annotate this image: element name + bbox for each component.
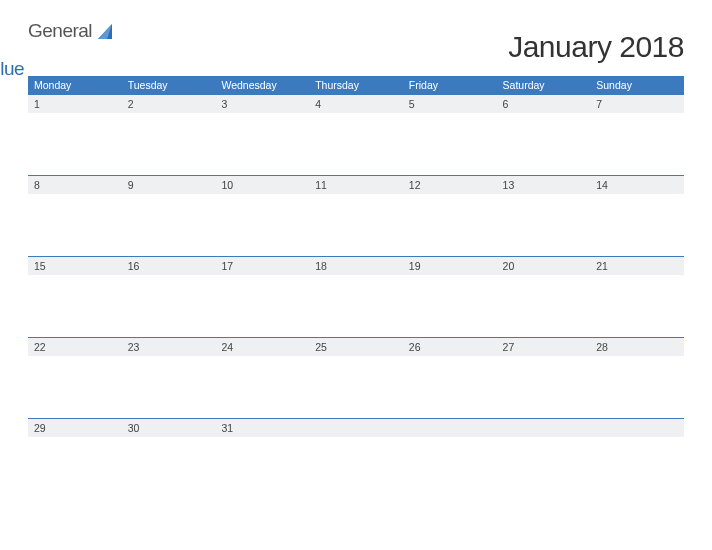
day-body bbox=[497, 194, 591, 256]
week-body-row bbox=[28, 437, 684, 499]
weekday-header-row: Monday Tuesday Wednesday Thursday Friday… bbox=[28, 76, 684, 94]
week-date-row: 29 30 31 bbox=[28, 418, 684, 437]
date-cell bbox=[403, 419, 497, 437]
date-cell: 6 bbox=[497, 95, 591, 113]
day-body bbox=[122, 275, 216, 337]
week-body-row bbox=[28, 356, 684, 418]
weekday-header: Monday bbox=[28, 76, 122, 94]
day-body bbox=[497, 113, 591, 175]
page-title: January 2018 bbox=[508, 30, 684, 64]
day-body bbox=[309, 113, 403, 175]
date-cell: 1 bbox=[28, 95, 122, 113]
day-body bbox=[28, 194, 122, 256]
day-body bbox=[403, 194, 497, 256]
date-cell: 14 bbox=[590, 176, 684, 194]
date-cell: 27 bbox=[497, 338, 591, 356]
day-body bbox=[28, 356, 122, 418]
date-cell: 17 bbox=[215, 257, 309, 275]
date-cell: 13 bbox=[497, 176, 591, 194]
brand-logo: General Blue bbox=[28, 20, 118, 64]
day-body bbox=[403, 356, 497, 418]
day-body bbox=[403, 113, 497, 175]
brand-sail-icon bbox=[98, 24, 116, 44]
date-cell: 3 bbox=[215, 95, 309, 113]
week-body-row bbox=[28, 113, 684, 175]
date-cell: 9 bbox=[122, 176, 216, 194]
date-cell: 12 bbox=[403, 176, 497, 194]
date-cell: 18 bbox=[309, 257, 403, 275]
day-body bbox=[215, 356, 309, 418]
day-body bbox=[122, 437, 216, 499]
date-cell: 11 bbox=[309, 176, 403, 194]
week-date-row: 8 9 10 11 12 13 14 bbox=[28, 175, 684, 194]
date-cell: 5 bbox=[403, 95, 497, 113]
day-body bbox=[28, 437, 122, 499]
day-body bbox=[590, 113, 684, 175]
day-body bbox=[215, 275, 309, 337]
brand-word-blue: Blue bbox=[0, 58, 24, 80]
date-cell: 19 bbox=[403, 257, 497, 275]
date-cell: 25 bbox=[309, 338, 403, 356]
date-cell: 7 bbox=[590, 95, 684, 113]
day-body bbox=[122, 113, 216, 175]
weekday-header: Tuesday bbox=[122, 76, 216, 94]
date-cell: 28 bbox=[590, 338, 684, 356]
date-cell: 21 bbox=[590, 257, 684, 275]
week-body-row bbox=[28, 194, 684, 256]
day-body bbox=[122, 356, 216, 418]
date-cell: 10 bbox=[215, 176, 309, 194]
weekday-header: Wednesday bbox=[215, 76, 309, 94]
day-body bbox=[497, 437, 591, 499]
date-cell: 29 bbox=[28, 419, 122, 437]
day-body bbox=[403, 437, 497, 499]
day-body bbox=[590, 275, 684, 337]
week-date-row: 22 23 24 25 26 27 28 bbox=[28, 337, 684, 356]
day-body bbox=[215, 194, 309, 256]
day-body bbox=[309, 356, 403, 418]
day-body bbox=[122, 194, 216, 256]
date-cell: 16 bbox=[122, 257, 216, 275]
brand-word-general: General bbox=[28, 20, 92, 42]
day-body bbox=[590, 437, 684, 499]
week-date-row: 1 2 3 4 5 6 7 bbox=[28, 94, 684, 113]
date-cell: 24 bbox=[215, 338, 309, 356]
date-cell: 4 bbox=[309, 95, 403, 113]
date-cell: 2 bbox=[122, 95, 216, 113]
date-cell: 31 bbox=[215, 419, 309, 437]
date-cell: 20 bbox=[497, 257, 591, 275]
week-date-row: 15 16 17 18 19 20 21 bbox=[28, 256, 684, 275]
day-body bbox=[309, 194, 403, 256]
weekday-header: Thursday bbox=[309, 76, 403, 94]
day-body bbox=[590, 194, 684, 256]
day-body bbox=[497, 275, 591, 337]
calendar-grid: Monday Tuesday Wednesday Thursday Friday… bbox=[28, 76, 684, 499]
date-cell: 30 bbox=[122, 419, 216, 437]
day-body bbox=[309, 275, 403, 337]
date-cell: 26 bbox=[403, 338, 497, 356]
date-cell bbox=[590, 419, 684, 437]
date-cell: 15 bbox=[28, 257, 122, 275]
day-body bbox=[590, 356, 684, 418]
date-cell: 8 bbox=[28, 176, 122, 194]
day-body bbox=[28, 113, 122, 175]
day-body bbox=[309, 437, 403, 499]
date-cell: 22 bbox=[28, 338, 122, 356]
weekday-header: Friday bbox=[403, 76, 497, 94]
weekday-header: Saturday bbox=[497, 76, 591, 94]
date-cell: 23 bbox=[122, 338, 216, 356]
weekday-header: Sunday bbox=[590, 76, 684, 94]
week-body-row bbox=[28, 275, 684, 337]
date-cell bbox=[497, 419, 591, 437]
day-body bbox=[215, 113, 309, 175]
header: General Blue January 2018 bbox=[28, 20, 684, 64]
day-body bbox=[215, 437, 309, 499]
date-cell bbox=[309, 419, 403, 437]
day-body bbox=[403, 275, 497, 337]
day-body bbox=[497, 356, 591, 418]
day-body bbox=[28, 275, 122, 337]
